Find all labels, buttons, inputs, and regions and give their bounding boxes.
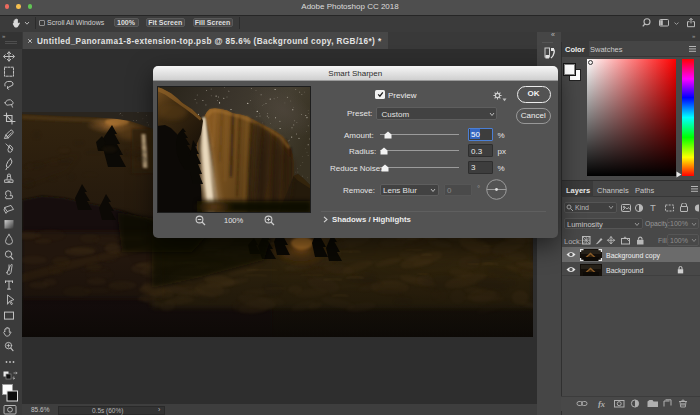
svg-text:fx: fx: [598, 399, 606, 408]
svg-text:T: T: [650, 203, 656, 213]
